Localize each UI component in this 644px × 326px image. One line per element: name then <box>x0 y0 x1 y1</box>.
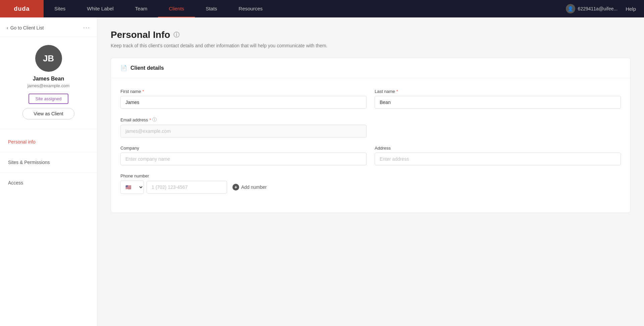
help-circle-icon[interactable]: ⓘ <box>173 31 179 39</box>
email-input[interactable] <box>120 125 367 138</box>
email-info-icon[interactable]: ⓘ <box>152 117 157 123</box>
sidebar-nav-personal-info[interactable]: Personal info <box>0 134 97 149</box>
phone-spacer <box>375 173 621 194</box>
company-address-row: Company Address <box>120 146 621 165</box>
profile-email: james@example.com <box>28 83 69 88</box>
top-nav: duda SitesWhite LabelTeamClientsStatsRes… <box>0 0 644 17</box>
nav-right: 👤 6229411a@uifee... Help <box>566 4 644 13</box>
client-details-card: 📄 Client details First name * L <box>111 58 631 213</box>
sidebar: ‹ Go to Client List ··· JB James Bean ja… <box>0 17 97 326</box>
nav-item-resources[interactable]: Resources <box>228 0 273 17</box>
back-arrow-icon: ‹ <box>7 25 8 31</box>
first-name-label: First name * <box>120 89 367 94</box>
company-label: Company <box>120 146 367 151</box>
nav-user[interactable]: 👤 6229411a@uifee... <box>566 4 618 13</box>
site-assigned-button[interactable]: Site assigned <box>29 94 68 104</box>
sidebar-divider-2 <box>0 152 97 152</box>
card-header-title: Client details <box>130 65 164 71</box>
card-body: First name * Last name * <box>111 78 630 213</box>
page-title-text: Personal Info <box>111 30 170 40</box>
first-name-required: * <box>142 89 144 94</box>
name-row: First name * Last name * <box>120 89 621 109</box>
sidebar-profile: JB James Bean james@example.com Site ass… <box>0 37 97 126</box>
add-number-label: Add number <box>241 184 267 190</box>
email-row: Email address * ⓘ <box>120 117 621 138</box>
first-name-input[interactable] <box>120 96 367 109</box>
layout: ‹ Go to Client List ··· JB James Bean ja… <box>0 17 644 326</box>
view-as-client-button[interactable]: View as Client <box>22 108 74 119</box>
card-header: 📄 Client details <box>111 58 630 78</box>
first-name-group: First name * <box>120 89 367 109</box>
sidebar-divider-1 <box>0 129 97 129</box>
sidebar-divider-3 <box>0 172 97 173</box>
last-name-required: * <box>396 89 398 94</box>
nav-item-stats[interactable]: Stats <box>195 0 228 17</box>
main-content: Personal Info ⓘ Keep track of this clien… <box>97 17 644 326</box>
nav-user-email: 6229411a@uifee... <box>578 6 618 11</box>
company-input[interactable] <box>120 153 367 165</box>
phone-row-container: Phone number 🇺🇸 + Add number <box>120 173 621 194</box>
last-name-label: Last name * <box>375 89 621 94</box>
email-label: Email address * ⓘ <box>120 117 367 123</box>
nav-item-sites[interactable]: Sites <box>44 0 76 17</box>
email-required: * <box>149 117 151 122</box>
sidebar-nav-sites-permissions[interactable]: Sites & Permissions <box>0 155 97 170</box>
nav-item-clients[interactable]: Clients <box>158 0 195 17</box>
nav-item-team[interactable]: Team <box>124 0 158 17</box>
nav-item-white-label[interactable]: White Label <box>76 0 124 17</box>
email-group: Email address * ⓘ <box>120 117 367 138</box>
last-name-group: Last name * <box>375 89 621 109</box>
page-subtitle: Keep track of this client's contact deta… <box>111 43 631 48</box>
company-group: Company <box>120 146 367 165</box>
add-number-icon: + <box>232 184 239 191</box>
phone-label: Phone number <box>120 173 367 178</box>
user-icon: 👤 <box>566 4 575 13</box>
add-number-button[interactable]: + Add number <box>230 182 269 192</box>
phone-country-select[interactable]: 🇺🇸 <box>120 180 144 194</box>
more-icon[interactable]: ··· <box>83 24 90 31</box>
sidebar-top: ‹ Go to Client List ··· <box>0 17 97 37</box>
profile-name: James Bean <box>33 76 64 82</box>
nav-help[interactable]: Help <box>626 6 636 12</box>
back-link[interactable]: ‹ Go to Client List <box>7 25 44 31</box>
address-group: Address <box>375 146 621 165</box>
avatar: JB <box>35 45 62 72</box>
nav-items: SitesWhite LabelTeamClientsStatsResource… <box>44 0 566 17</box>
sidebar-nav: Personal info Sites & Permissions Access <box>0 132 97 193</box>
document-icon: 📄 <box>120 65 127 71</box>
back-link-label: Go to Client List <box>10 25 44 31</box>
address-input[interactable] <box>375 153 621 165</box>
email-spacer <box>375 117 621 138</box>
sidebar-nav-access[interactable]: Access <box>0 175 97 190</box>
logo-text: duda <box>14 5 30 12</box>
phone-number-input[interactable] <box>147 181 227 194</box>
phone-input-row: 🇺🇸 + Add number <box>120 180 367 194</box>
address-label: Address <box>375 146 621 151</box>
page-title: Personal Info ⓘ <box>111 30 631 40</box>
logo[interactable]: duda <box>0 0 44 17</box>
last-name-input[interactable] <box>375 96 621 109</box>
phone-group: Phone number 🇺🇸 + Add number <box>120 173 367 194</box>
